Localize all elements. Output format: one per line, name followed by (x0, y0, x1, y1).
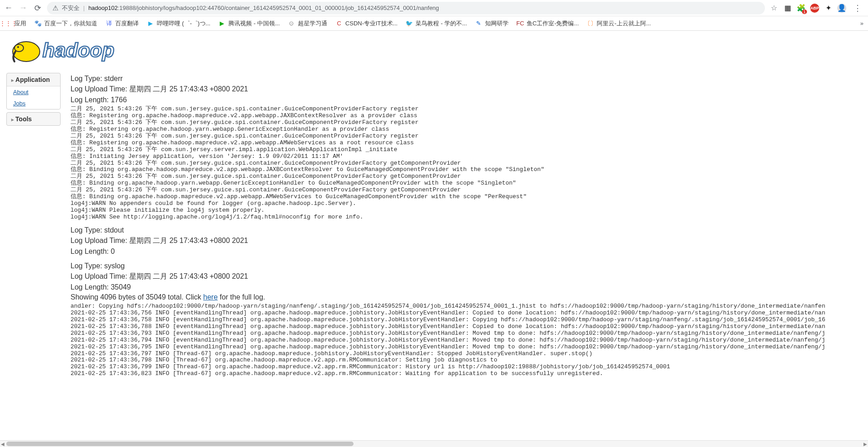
not-secure-label: 不安全 (62, 4, 80, 12)
bookmark-icon: ▶ (147, 20, 154, 27)
stdout-logtype: Log Type: stdout (71, 226, 865, 234)
browser-menu-button[interactable]: ⋮ (851, 3, 864, 13)
log-content: Log Type: stderr Log Upload Time: 星期四 二月… (68, 68, 868, 447)
hadoop-logo-text: hadoop (42, 39, 114, 61)
bookmark-label: 百度一下，你就知道 (44, 19, 97, 28)
stderr-uploadtime: Log Upload Time: 星期四 二月 25 17:43:43 +080… (71, 85, 865, 94)
separator: | (83, 5, 85, 11)
bookmark-item-4[interactable]: ⊙超星学习通 (288, 19, 327, 28)
syslog-body: andler: Copying hdfs://hadoop102:9000/tm… (71, 303, 865, 377)
forward-button[interactable]: → (18, 3, 28, 13)
back-button[interactable]: ← (4, 3, 14, 13)
url-text: hadoop102:19888/jobhistory/logs/hadoop10… (88, 5, 439, 11)
svg-point-2 (17, 46, 19, 48)
bookmark-item-9[interactable]: 〔〕阿里云-上云就上阿... (587, 19, 651, 28)
stderr-loglength: Log Length: 1766 (71, 96, 865, 104)
svg-point-1 (14, 44, 24, 52)
stderr-logtype: Log Type: stderr (71, 75, 865, 83)
bookmark-label: 阿里云-上云就上阿... (597, 19, 651, 28)
profile-icon[interactable]: 👤 (837, 4, 846, 13)
sidebar-link-about[interactable]: About (7, 86, 60, 98)
apps-label: 应用 (14, 19, 26, 28)
sidebar: Application About Jobs Tools (0, 68, 68, 447)
bookmark-icon: C (335, 20, 343, 27)
bookmark-label: 菜鸟教程 - 学的不... (415, 19, 467, 28)
extension-icon[interactable]: ▦ (783, 4, 792, 13)
sidebar-link-jobs[interactable]: Jobs (7, 98, 60, 109)
bookmark-item-2[interactable]: ▶哔哩哔哩 (゜-゜)つ... (147, 19, 210, 28)
hadoop-logo: hadoop (0, 31, 868, 68)
apps-grid-icon: ⋮⋮⋮ (5, 20, 12, 27)
horizontal-scrollbar[interactable]: ◀ ▶ (0, 440, 868, 447)
bookmark-label: 鱼C工作室-免费编... (527, 19, 579, 28)
bookmark-icon: 译 (105, 20, 113, 27)
scrollbar-thumb[interactable] (6, 442, 354, 446)
bookmark-label: CSDN-专业IT技术... (345, 19, 398, 28)
extension-icon-2[interactable]: 🧩 (797, 4, 806, 13)
sidebar-application-header[interactable]: Application (7, 73, 60, 86)
syslog-loglength: Log Length: 35049 (71, 283, 865, 291)
sidebar-tools-section: Tools (6, 112, 61, 126)
stdout-uploadtime: Log Upload Time: 星期四 二月 25 17:43:43 +080… (71, 236, 865, 246)
elephant-icon (13, 42, 40, 62)
bookmarks-overflow-icon[interactable]: » (860, 20, 863, 27)
reload-button[interactable]: ⟳ (33, 3, 42, 13)
stderr-body: 二月 25, 2021 5:43:26 下午 com.sun.jersey.gu… (71, 106, 865, 221)
bookmark-label: 腾讯视频 - 中国领... (228, 19, 279, 28)
bookmark-label: 哔哩哔哩 (゜-゜)つ... (157, 19, 210, 28)
syslog-summary: Showing 4096 bytes of 35049 total. Click… (71, 293, 865, 301)
sidebar-application-section: Application About Jobs (6, 73, 61, 109)
bookmark-star-icon[interactable]: ☆ (769, 4, 778, 13)
sidebar-tools-header[interactable]: Tools (7, 113, 60, 125)
bookmark-item-8[interactable]: FC鱼C工作室-免费编... (517, 19, 579, 28)
address-bar[interactable]: ⚠ 不安全 | hadoop102:19888/jobhistory/logs/… (47, 2, 765, 14)
bookmark-item-3[interactable]: ▶腾讯视频 - 中国领... (218, 19, 279, 28)
browser-toolbar: ← → ⟳ ⚠ 不安全 | hadoop102:19888/jobhistory… (0, 0, 868, 16)
page-body: Application About Jobs Tools Log Type: s… (0, 68, 868, 447)
bookmark-label: 超星学习通 (298, 19, 327, 28)
scroll-left-arrow[interactable]: ◀ (1, 442, 5, 447)
syslog-full-log-link[interactable]: here (203, 293, 218, 301)
bookmark-item-0[interactable]: 🐾百度一下，你就知道 (34, 19, 97, 28)
bookmark-icon: 🐦 (406, 20, 413, 27)
apps-button[interactable]: ⋮⋮⋮ 应用 (5, 19, 26, 28)
puzzle-icon[interactable]: ✦ (824, 4, 833, 13)
bookmark-icon: ⊙ (288, 20, 295, 27)
bookmark-icon: ✎ (475, 20, 482, 27)
stdout-loglength: Log Length: 0 (71, 247, 865, 256)
bookmarks-bar: ⋮⋮⋮ 应用 🐾百度一下，你就知道译百度翻译▶哔哩哔哩 (゜-゜)つ...▶腾讯… (0, 16, 868, 31)
bookmark-icon: 🐾 (34, 20, 42, 27)
bookmark-icon: 〔〕 (587, 20, 594, 27)
bookmark-icon: FC (517, 20, 524, 27)
bookmark-label: 百度翻译 (115, 19, 139, 28)
syslog-logtype: Log Type: syslog (71, 262, 865, 270)
syslog-uploadtime: Log Upload Time: 星期四 二月 25 17:43:43 +080… (71, 272, 865, 281)
bookmark-item-1[interactable]: 译百度翻译 (105, 19, 139, 28)
not-secure-icon: ⚠ (52, 4, 58, 12)
bookmark-label: 知网研学 (485, 19, 509, 28)
bookmark-item-6[interactable]: 🐦菜鸟教程 - 学的不... (406, 19, 467, 28)
scroll-right-arrow[interactable]: ▶ (863, 442, 867, 447)
bookmark-icon: ▶ (218, 20, 226, 27)
bookmark-item-7[interactable]: ✎知网研学 (475, 19, 509, 28)
adblock-icon[interactable]: ABP (810, 4, 819, 13)
bookmark-item-5[interactable]: CCSDN-专业IT技术... (335, 19, 398, 28)
